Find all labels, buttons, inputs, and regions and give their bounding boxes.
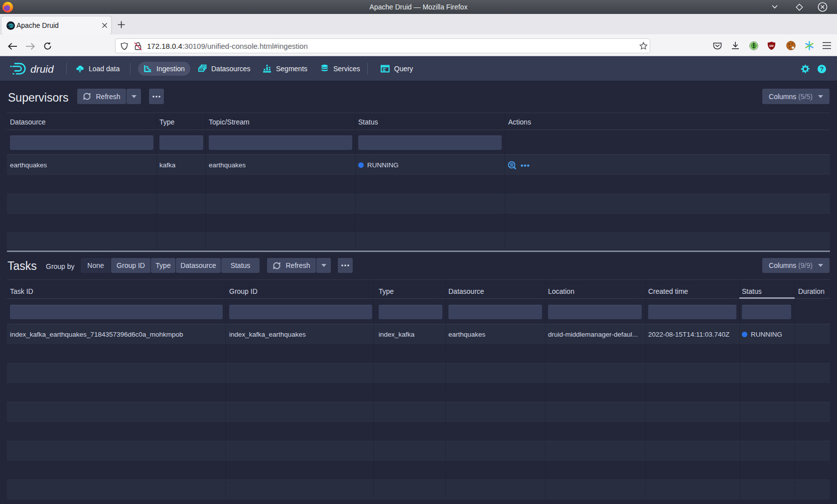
svg-text:?: ? — [820, 66, 824, 73]
svg-text:uo: uo — [769, 44, 774, 47]
svg-text:druid: druid — [30, 63, 54, 75]
